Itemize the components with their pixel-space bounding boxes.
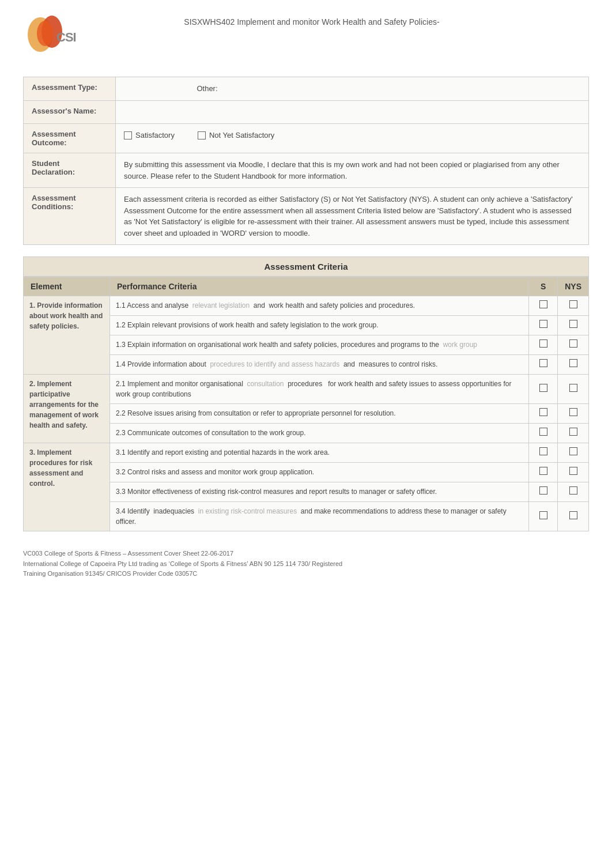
nys-check-2-3 (558, 424, 589, 443)
nys-check-1-3 (558, 335, 589, 355)
s-check-3-4 (529, 502, 558, 531)
assessment-type-placeholder (124, 84, 195, 93)
nys-check-1-1 (558, 296, 589, 316)
student-declaration-label: StudentDeclaration: (24, 153, 116, 188)
footer-line-2: International College of Capoeira Pty Lt… (23, 559, 589, 569)
footer-line-3: Training Organisation 91345/ CRICOS Prov… (23, 569, 589, 579)
svg-point-2 (37, 21, 53, 46)
s-check-3-3 (529, 482, 558, 502)
perf-2-3-cell: 2.3 Communicate outcomes of consultation… (110, 424, 529, 443)
student-declaration-value: By submitting this assessment via Moodle… (116, 153, 589, 188)
satisfactory-label: Satisfactory (135, 130, 175, 141)
footer-line-1: VC003 College of Sports & Fitness – Asse… (23, 549, 589, 559)
perf-1-3-cell: 1.3 Explain information on organisationa… (110, 335, 529, 355)
nys-label: Not Yet Satisfactory (209, 130, 274, 141)
s-col-header: S (529, 277, 558, 296)
other-label: Other: (197, 84, 217, 93)
nys-check-3-2 (558, 463, 589, 482)
assessment-conditions-row: AssessmentConditions: Each assessment cr… (24, 188, 589, 245)
assessment-conditions-value: Each assessment criteria is recorded as … (116, 188, 589, 245)
nys-check-1-4 (558, 355, 589, 375)
s-check-1-1 (529, 296, 558, 316)
element-1-cell: 1. Provide information about work health… (24, 296, 110, 375)
s-check-2-2 (529, 404, 558, 424)
assessor-name-label: Assessor's Name: (24, 100, 116, 124)
not-yet-satisfactory-option[interactable]: Not Yet Satisfactory (198, 130, 274, 141)
perf-2-2-cell: 2.2 Resolve issues arising from consulta… (110, 404, 529, 424)
element-3-cell: 3. Implement procedures for risk assessm… (24, 443, 110, 531)
assessment-conditions-label: AssessmentConditions: (24, 188, 116, 245)
perf-1-1-cell: 1.1 Access and analyse relevant legislat… (110, 296, 529, 316)
nys-check-2-2 (558, 404, 589, 424)
satisfactory-option[interactable]: Satisfactory (124, 130, 175, 141)
element-2-cell: 2. Implement participative arrangements … (24, 375, 110, 443)
nys-col-header: NYS (558, 277, 589, 296)
s-check-1-2 (529, 316, 558, 335)
page-title: SISXWHS402 Implement and monitor Work He… (92, 12, 589, 27)
assessment-type-row: Assessment Type: Other: (24, 77, 589, 101)
logo-area: CSI (23, 12, 92, 59)
criteria-header-row: Element Performance Criteria S NYS (24, 277, 589, 296)
table-row: 3. Implement procedures for risk assessm… (24, 443, 589, 463)
element-col-header: Element (24, 277, 110, 296)
perf-3-4-cell: 3.4 Identify inadequacies in existing ri… (110, 502, 529, 531)
footer: VC003 College of Sports & Fitness – Asse… (23, 549, 589, 579)
satisfactory-checkbox[interactable] (124, 131, 132, 139)
performance-col-header: Performance Criteria (110, 277, 529, 296)
nys-check-2-1 (558, 375, 589, 404)
s-check-1-4 (529, 355, 558, 375)
nys-check-3-4 (558, 502, 589, 531)
assessment-type-value: Other: (116, 77, 589, 101)
s-check-3-2 (529, 463, 558, 482)
assessor-name-row: Assessor's Name: (24, 100, 589, 124)
criteria-table: Element Performance Criteria S NYS 1. Pr… (23, 277, 589, 531)
header-area: CSI SISXWHS402 Implement and monitor Wor… (23, 12, 589, 59)
s-check-2-3 (529, 424, 558, 443)
s-check-1-3 (529, 335, 558, 355)
perf-1-4-cell: 1.4 Provide information about procedures… (110, 355, 529, 375)
svg-text:CSI: CSI (56, 30, 76, 44)
table-row: 1. Provide information about work health… (24, 296, 589, 316)
nys-check-1-2 (558, 316, 589, 335)
logo-icon: CSI (23, 12, 81, 58)
assessment-outcome-label: AssessmentOutcome: (24, 124, 116, 153)
perf-3-1-cell: 3.1 Identify and report existing and pot… (110, 443, 529, 463)
assessment-type-label: Assessment Type: (24, 77, 116, 101)
nys-check-3-3 (558, 482, 589, 502)
perf-2-1-cell: 2.1 Implement and monitor organisational… (110, 375, 529, 404)
info-table: Assessment Type: Other: Assessor's Name:… (23, 77, 589, 245)
assessor-name-value (116, 100, 589, 124)
nys-check-3-1 (558, 443, 589, 463)
student-declaration-row: StudentDeclaration: By submitting this a… (24, 153, 589, 188)
perf-1-2-cell: 1.2 Explain relevant provisions of work … (110, 316, 529, 335)
perf-3-2-cell: 3.2 Control risks and assess and monitor… (110, 463, 529, 482)
s-check-2-1 (529, 375, 558, 404)
s-check-3-1 (529, 443, 558, 463)
criteria-section-title: Assessment Criteria (23, 256, 589, 277)
nys-checkbox[interactable] (198, 131, 206, 139)
assessment-outcome-row: AssessmentOutcome: Satisfactory Not Yet … (24, 124, 589, 153)
table-row: 2. Implement participative arrangements … (24, 375, 589, 404)
criteria-section: Assessment Criteria Element Performance … (23, 256, 589, 531)
assessment-outcome-value: Satisfactory Not Yet Satisfactory (116, 124, 589, 153)
perf-3-3-cell: 3.3 Monitor effectiveness of existing ri… (110, 482, 529, 502)
